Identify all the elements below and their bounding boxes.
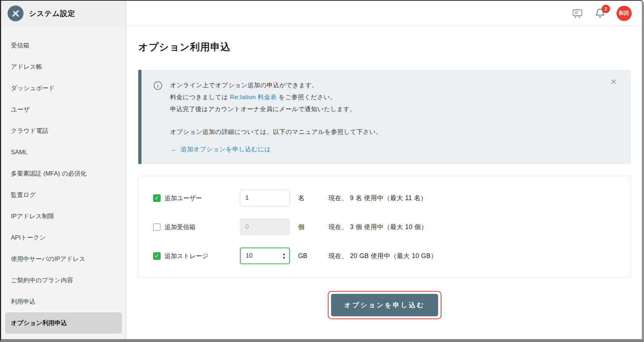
sidebar-item-label: クラウド電話	[11, 127, 48, 135]
sidebar-item-application[interactable]: 利用申込	[5, 291, 122, 312]
sidebar-item-api-token[interactable]: APIトークン	[5, 227, 122, 248]
sidebar-item-cloud-phone[interactable]: クラウド電話	[5, 120, 122, 142]
app-title: システム設定	[29, 9, 75, 18]
notification-badge: 2	[602, 5, 610, 13]
option-label: 追加受信箱	[165, 223, 195, 231]
pricing-text-prefix: 料金につきましては	[170, 94, 230, 101]
sidebar-item-label: 監査ログ	[11, 191, 36, 199]
notifications-button[interactable]: 2	[594, 8, 606, 19]
sidebar-item-label: ユーザ	[11, 105, 30, 114]
submit-button[interactable]: オプションを申し込む	[331, 294, 438, 316]
sidebar-item-inbox[interactable]: 受信箱	[5, 35, 122, 56]
sidebar-item-label: 利用申込	[11, 297, 35, 306]
form-row-additional-inbox: 追加受信箱個現在、 3 個 使用中（最大 10 個）	[139, 212, 631, 241]
sidebar-item-dashboard[interactable]: ダッシュボード	[5, 77, 122, 99]
sidebar-item-label: ご契約中のプラン内容	[11, 276, 73, 284]
stepper-up-icon[interactable]	[282, 252, 286, 256]
checkbox-unchecked-icon[interactable]	[153, 223, 161, 231]
additional-storage-checkbox-label[interactable]: 追加ストレージ	[153, 252, 240, 260]
info-line-1-text: オンライン上でオプション追加の申込ができます。	[170, 82, 318, 89]
sidebar-item-label: APIトークン	[11, 233, 46, 242]
user-avatar[interactable]: 和田	[617, 6, 632, 21]
manual-link[interactable]: 追加オプションを申し込むには	[181, 146, 271, 153]
app-window: システム設定 2 和田 受信箱アドレス帳ダッシュボードユーザクラウド電	[0, 0, 644, 342]
pricing-text-suffix: をご参照ください。	[277, 94, 336, 101]
sidebar-item-label: 多要素認証 (MFA) の必須化	[11, 169, 86, 178]
close-icon[interactable]: ×	[609, 76, 619, 87]
unit-label: 個	[292, 223, 329, 231]
option-label: 追加ストレージ	[165, 252, 208, 260]
manual-link-row: →追加オプションを申し込むには	[170, 143, 382, 155]
additional-inbox-checkbox-label[interactable]: 追加受信箱	[153, 223, 240, 231]
sidebar-item-users[interactable]: ユーザ	[5, 99, 122, 120]
info-text: オンライン上でオプション追加の申込ができます。 料金につきましては Re:lat…	[170, 79, 382, 155]
sidebar: 受信箱アドレス帳ダッシュボードユーザクラウド電話SAML多要素認証 (MFA) …	[1, 26, 126, 339]
sidebar-item-label: 使用中サーバのIPアドレス	[11, 255, 85, 263]
option-label: 追加ユーザー	[165, 194, 202, 202]
announcements-button[interactable]	[571, 7, 584, 20]
sidebar-item-current-plan[interactable]: ご契約中のプラン内容	[5, 270, 122, 291]
header-brand: システム設定	[1, 1, 126, 26]
stepper-down-icon[interactable]	[282, 256, 286, 259]
app-logo	[8, 5, 24, 21]
header-toolbar: 2 和田	[126, 1, 642, 26]
unit-label: GB	[292, 252, 329, 260]
info-line-1: オンライン上でオプション追加の申込ができます。	[170, 79, 382, 91]
additional-users-checkbox-label[interactable]: 追加ユーザー	[153, 194, 240, 202]
info-icon	[153, 81, 163, 155]
usage-status: 現在、 20 GB 使用中（最大 10 GB）	[329, 252, 616, 260]
additional-users-input[interactable]	[240, 190, 290, 206]
options-form: 追加ユーザー名現在、 9 名 使用中（最大 11 名）追加受信箱個現在、 3 個…	[138, 176, 631, 278]
sidebar-item-label: IPアドレス制限	[11, 212, 54, 220]
tools-icon	[11, 9, 20, 18]
additional-inbox-input-wrap	[240, 219, 290, 235]
info-line-2: 料金につきましては Re:lation 料金表 をご参照ください。	[170, 91, 382, 103]
sidebar-item-mfa[interactable]: 多要素認証 (MFA) の必須化	[5, 163, 122, 184]
pricing-link[interactable]: Re:lation 料金表	[230, 94, 277, 101]
sidebar-item-label: 受信箱	[11, 41, 29, 50]
unit-label: 名	[292, 194, 329, 202]
main-content: オプション利用申込 オンライン上でオプション追加の申込ができます。 料金につきま…	[126, 26, 642, 339]
sidebar-item-server-ip[interactable]: 使用中サーバのIPアドレス	[5, 248, 122, 270]
info-banner: オンライン上でオプション追加の申込ができます。 料金につきましては Re:lat…	[138, 70, 631, 164]
sidebar-item-ip-restriction[interactable]: IPアドレス制限	[5, 206, 122, 227]
usage-status: 現在、 9 名 使用中（最大 11 名）	[329, 194, 616, 202]
info-line-4: オプション追加の詳細については、以下のマニュアルを参照して下さい。	[170, 126, 382, 138]
sidebar-item-label: ダッシュボード	[11, 84, 55, 92]
sidebar-item-saml[interactable]: SAML	[5, 142, 122, 163]
info-line-4-text: オプション追加の詳細については、以下のマニュアルを参照して下さい。	[170, 128, 382, 135]
announcement-board-icon	[571, 7, 584, 20]
checkbox-checked-icon[interactable]	[153, 194, 161, 202]
form-row-additional-users: 追加ユーザー名現在、 9 名 使用中（最大 11 名）	[139, 183, 631, 212]
additional-inbox-input[interactable]	[240, 219, 290, 235]
arrow-icon: →	[170, 146, 177, 153]
sidebar-item-option-application[interactable]: オプション利用申込	[5, 312, 122, 334]
form-row-additional-storage: 追加ストレージGB現在、 20 GB 使用中（最大 10 GB）	[139, 241, 631, 270]
page-title: オプション利用申込	[138, 41, 631, 54]
checkbox-checked-icon[interactable]	[153, 252, 161, 260]
info-line-3: 申込完了後はアカウントオーナ全員にメールで通知いたします。	[170, 103, 382, 115]
sidebar-item-address-book[interactable]: アドレス帳	[5, 56, 122, 77]
number-stepper[interactable]	[282, 252, 286, 259]
sidebar-item-label: オプション利用申込	[11, 319, 67, 327]
additional-users-input-wrap	[240, 190, 290, 206]
usage-status: 現在、 3 個 使用中（最大 10 個）	[329, 223, 616, 231]
sidebar-item-label: SAML	[11, 149, 27, 156]
submit-area: オプションを申し込む	[138, 291, 631, 319]
highlight-annotation: オプションを申し込む	[328, 291, 441, 319]
info-line-3-text: 申込完了後はアカウントオーナ全員にメールで通知いたします。	[170, 106, 356, 113]
sidebar-item-label: アドレス帳	[11, 63, 42, 71]
sidebar-item-audit-log[interactable]: 監査ログ	[5, 184, 122, 206]
additional-storage-input-wrap	[240, 248, 290, 264]
